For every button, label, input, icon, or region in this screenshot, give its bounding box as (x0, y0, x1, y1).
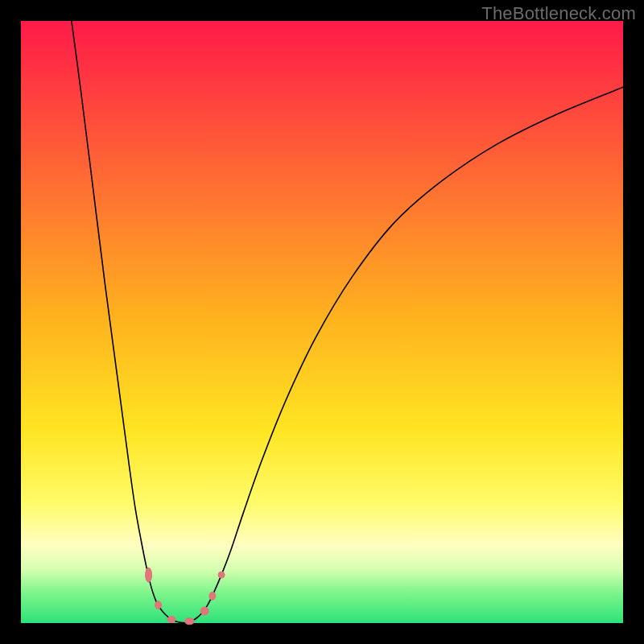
curve-marker (146, 568, 152, 582)
curve-marker (167, 617, 175, 623)
curve-plot (21, 21, 623, 623)
curve-marker (218, 572, 225, 578)
curve-marker (200, 607, 208, 615)
curve-marker (209, 592, 216, 600)
curve-marker (155, 601, 162, 609)
curve-right-branch (184, 87, 623, 622)
curve-marker (184, 618, 194, 625)
curve-left-branch (69, 3, 184, 623)
marker-group (146, 568, 225, 625)
